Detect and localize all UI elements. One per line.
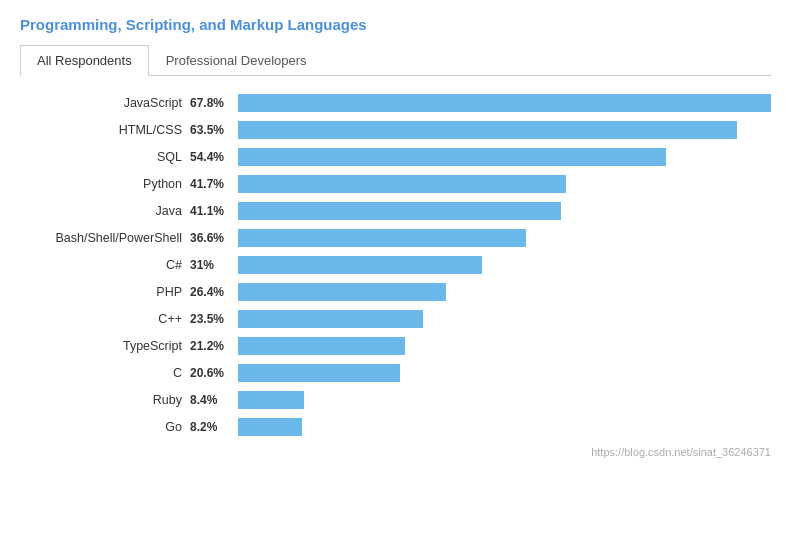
bar-fill <box>238 391 304 409</box>
bar-fill <box>238 364 400 382</box>
bar-row: JavaScript67.8% <box>30 94 771 112</box>
bar-track <box>238 175 771 193</box>
bar-label: C <box>30 366 190 380</box>
bar-track <box>238 283 771 301</box>
bar-label: Ruby <box>30 393 190 407</box>
bar-pct: 20.6% <box>190 366 232 380</box>
bar-label: TypeScript <box>30 339 190 353</box>
bar-track <box>238 256 771 274</box>
bar-row: C20.6% <box>30 364 771 382</box>
bar-pct: 26.4% <box>190 285 232 299</box>
bar-fill <box>238 229 526 247</box>
bar-row: C#31% <box>30 256 771 274</box>
bar-pct: 41.1% <box>190 204 232 218</box>
bar-pct: 31% <box>190 258 232 272</box>
bar-fill <box>238 175 566 193</box>
bar-label: Python <box>30 177 190 191</box>
bar-row: Java41.1% <box>30 202 771 220</box>
bar-chart: JavaScript67.8%HTML/CSS63.5%SQL54.4%Pyth… <box>20 94 771 436</box>
bar-label: C# <box>30 258 190 272</box>
bar-row: Ruby8.4% <box>30 391 771 409</box>
tab-bar: All Respondents Professional Developers <box>20 45 771 76</box>
bar-fill <box>238 418 302 436</box>
bar-label: Bash/Shell/PowerShell <box>30 231 190 245</box>
bar-pct: 8.4% <box>190 393 232 407</box>
bar-track <box>238 202 771 220</box>
bar-fill <box>238 148 666 166</box>
watermark: https://blog.csdn.net/sinat_36246371 <box>20 446 771 458</box>
bar-fill <box>238 337 405 355</box>
bar-pct: 54.4% <box>190 150 232 164</box>
bar-label: SQL <box>30 150 190 164</box>
tab-all-respondents[interactable]: All Respondents <box>20 45 149 76</box>
bar-row: Bash/Shell/PowerShell36.6% <box>30 229 771 247</box>
bar-fill <box>238 202 561 220</box>
bar-fill <box>238 283 446 301</box>
bar-fill <box>238 121 737 139</box>
bar-label: HTML/CSS <box>30 123 190 137</box>
bar-track <box>238 337 771 355</box>
bar-label: JavaScript <box>30 96 190 110</box>
bar-pct: 36.6% <box>190 231 232 245</box>
bar-track <box>238 310 771 328</box>
chart-title: Programming, Scripting, and Markup Langu… <box>20 16 771 33</box>
bar-label: C++ <box>30 312 190 326</box>
bar-label: PHP <box>30 285 190 299</box>
tab-professional-developers[interactable]: Professional Developers <box>149 45 324 76</box>
bar-row: TypeScript21.2% <box>30 337 771 355</box>
bar-pct: 67.8% <box>190 96 232 110</box>
bar-pct: 23.5% <box>190 312 232 326</box>
bar-pct: 41.7% <box>190 177 232 191</box>
bar-row: SQL54.4% <box>30 148 771 166</box>
bar-fill <box>238 310 423 328</box>
bar-track <box>238 418 771 436</box>
bar-track <box>238 391 771 409</box>
bar-track <box>238 94 771 112</box>
bar-row: HTML/CSS63.5% <box>30 121 771 139</box>
bar-track <box>238 148 771 166</box>
bar-fill <box>238 256 482 274</box>
bar-row: PHP26.4% <box>30 283 771 301</box>
bar-pct: 8.2% <box>190 420 232 434</box>
bar-label: Java <box>30 204 190 218</box>
bar-track <box>238 121 771 139</box>
bar-track <box>238 364 771 382</box>
bar-pct: 21.2% <box>190 339 232 353</box>
bar-track <box>238 229 771 247</box>
bar-row: Python41.7% <box>30 175 771 193</box>
bar-row: Go8.2% <box>30 418 771 436</box>
bar-row: C++23.5% <box>30 310 771 328</box>
bar-pct: 63.5% <box>190 123 232 137</box>
bar-fill <box>238 94 771 112</box>
bar-label: Go <box>30 420 190 434</box>
